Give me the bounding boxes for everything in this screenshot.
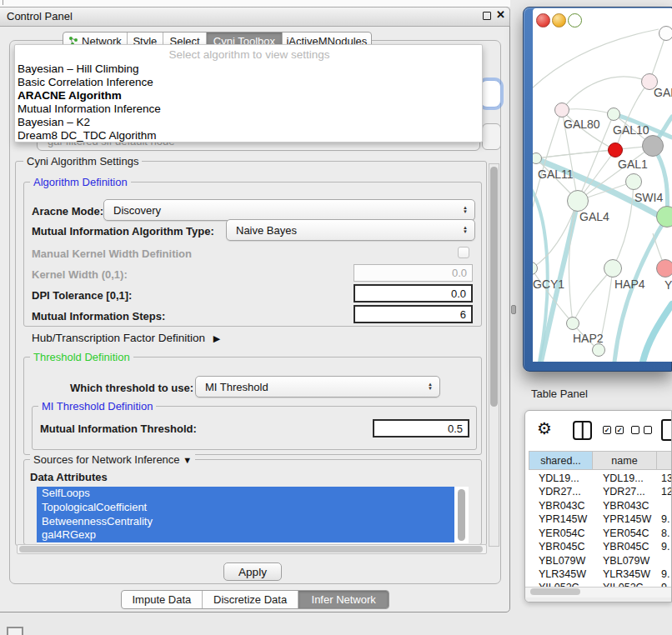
panel-splitter-grip[interactable] xyxy=(511,305,516,314)
which-threshold-label: Which threshold to use: xyxy=(70,382,193,394)
tab-impute-data[interactable]: Impute Data xyxy=(122,591,203,608)
table-cell[interactable]: 9. xyxy=(661,513,669,525)
network-node[interactable] xyxy=(656,259,672,278)
mi-type-value: Naive Bayes xyxy=(236,224,297,237)
mi-threshold-field[interactable]: 0.5 xyxy=(373,419,469,438)
dpi-tolerance-label: DPI Tolerance [0,1]: xyxy=(32,289,132,302)
dropdown-item[interactable]: Bayesian – K2 xyxy=(18,116,476,129)
table-cell[interactable]: 9. xyxy=(661,568,669,580)
dropdown-item[interactable]: Bayesian – Hill Climbing xyxy=(18,62,476,76)
collapse-right-icon: ▶ xyxy=(213,333,220,343)
table-cell[interactable]: 13 xyxy=(661,472,672,484)
mi-steps-field[interactable]: 6 xyxy=(354,305,473,323)
settings-vertical-scrollbar-thumb[interactable] xyxy=(490,167,498,407)
table-cell[interactable]: YDL19... xyxy=(603,472,644,484)
network-node-red[interactable] xyxy=(608,142,623,158)
tab-impute-data-label: Impute Data xyxy=(132,593,191,606)
gear-icon[interactable]: ⚙ xyxy=(537,418,552,438)
checked-checkbox-icon[interactable]: ✓ xyxy=(615,426,624,434)
expand-down-icon[interactable]: ▼ xyxy=(183,455,192,465)
checked-checkbox-icon[interactable]: ✓ xyxy=(603,426,611,434)
mi-threshold-label: Mutual Information Threshold: xyxy=(40,422,197,435)
table-cell[interactable]: YPR145W xyxy=(539,513,587,525)
network-node[interactable] xyxy=(592,343,605,357)
table-cell[interactable]: YLR345W xyxy=(539,568,586,580)
node-label: HAP2 xyxy=(573,332,604,345)
sources-title-text: Sources for Network Inference xyxy=(33,453,180,466)
table-cell[interactable]: YBR045C xyxy=(603,541,649,552)
unchecked-checkbox-icon[interactable] xyxy=(631,426,639,434)
table-cell[interactable]: YDR27... xyxy=(603,486,645,498)
network-node[interactable] xyxy=(604,259,622,278)
list-item[interactable]: TopologicalCoefficient xyxy=(37,501,454,515)
table-cell[interactable]: 9. xyxy=(661,541,669,552)
table-panel-window: ⚙ ✓ ✓ shared... name YDL19... YDL19... 1… xyxy=(524,410,672,602)
table-cell[interactable]: YER054C xyxy=(603,528,649,539)
network-node-gray[interactable] xyxy=(642,135,664,157)
data-attributes-label: Data Attributes xyxy=(30,471,108,483)
network-node[interactable] xyxy=(566,317,579,330)
dropdown-item[interactable]: Dream8 DC_TDC Algorithm xyxy=(18,129,476,142)
aracne-mode-combo[interactable]: Discovery ▲▼ xyxy=(103,199,475,221)
tab-infer-network-label: Infer Network xyxy=(312,593,376,606)
table-cell[interactable]: YBR043C xyxy=(603,500,649,512)
close-icon[interactable]: ✕ xyxy=(496,8,505,21)
network-node[interactable] xyxy=(625,173,642,190)
manual-kernel-checkbox[interactable] xyxy=(458,247,469,258)
float-window-icon[interactable] xyxy=(483,12,491,20)
network-node[interactable] xyxy=(567,190,589,212)
table-horizontal-scrollbar-thumb[interactable] xyxy=(530,588,580,595)
table-cell[interactable]: YDR27... xyxy=(539,486,581,498)
threshold-definition-title: Threshold Definition xyxy=(30,351,133,363)
table-cell[interactable]: 8. xyxy=(661,528,669,539)
apply-button[interactable]: Apply xyxy=(223,562,282,581)
network-node[interactable] xyxy=(656,206,672,228)
table-cell[interactable]: YBL079W xyxy=(539,555,585,567)
table-cell[interactable]: YDL19... xyxy=(539,472,579,484)
list-item[interactable]: BetweennessCentrality xyxy=(37,515,454,529)
table-cell[interactable]: YBL079W xyxy=(603,555,649,567)
document-icon-partial[interactable] xyxy=(661,419,672,441)
node-label: GAL1 xyxy=(618,158,648,171)
dropdown-item[interactable]: Mutual Information Inference xyxy=(18,102,476,116)
node-label: GAL11 xyxy=(538,168,574,181)
tab-infer-network[interactable]: Infer Network xyxy=(298,591,389,608)
combo-arrows-icon: ▲▼ xyxy=(428,382,433,391)
table-cell[interactable]: YLR345W xyxy=(603,568,650,580)
table-window-footer xyxy=(525,598,672,602)
column-header-partial[interactable] xyxy=(657,451,672,470)
mi-threshold-group-title: MI Threshold Definition xyxy=(38,400,156,412)
list-scrollbar-thumb[interactable] xyxy=(458,489,465,541)
mi-type-combo[interactable]: Naive Bayes ▲▼ xyxy=(226,219,475,241)
list-item[interactable]: gal4RGexp xyxy=(37,528,454,542)
dropdown-item-highlighted[interactable]: ARACNE Algorithm xyxy=(18,89,476,102)
network-node[interactable] xyxy=(659,26,672,41)
network-node[interactable] xyxy=(554,102,569,118)
node-label: Y xyxy=(664,278,672,292)
column-header-name[interactable]: name xyxy=(593,451,657,470)
table-cell[interactable]: YBR045C xyxy=(539,541,585,552)
table-cell[interactable]: 12 xyxy=(661,486,672,498)
network-canvas[interactable]: GAL GAL80 GAL10 GAL1 GAL11 SWI4 GAL4 GCY… xyxy=(533,8,672,362)
dpi-tolerance-field[interactable]: 0.0 xyxy=(354,284,473,302)
node-label: GAL10 xyxy=(613,123,649,137)
cyni-algorithm-settings-title: Cyni Algorithm Settings xyxy=(23,155,142,168)
tab-discretize-data[interactable]: Discretize Data xyxy=(203,591,299,608)
column-header-shared-name[interactable]: shared... xyxy=(529,451,593,470)
table-panel-title: Table Panel xyxy=(531,388,588,400)
node-label: GAL80 xyxy=(564,118,600,131)
corner-button-partial[interactable] xyxy=(7,627,23,635)
kernel-width-field[interactable]: 0.0 xyxy=(354,264,473,282)
dropdown-item[interactable]: Basic Correlation Inference xyxy=(18,76,476,89)
table-cell[interactable]: YER054C xyxy=(539,528,585,539)
settings-horizontal-scrollbar-thumb[interactable] xyxy=(19,546,483,552)
network-node[interactable] xyxy=(607,108,620,121)
table-cell[interactable]: YBR043C xyxy=(539,500,585,512)
split-columns-icon[interactable] xyxy=(573,421,592,440)
unchecked-checkbox-icon[interactable] xyxy=(644,426,652,434)
which-threshold-combo[interactable]: MI Threshold ▲▼ xyxy=(195,376,440,398)
mi-type-label: Mutual Information Algorithm Type: xyxy=(32,225,214,238)
hub-section-toggle[interactable]: Hub/Transcription Factor Definition ▶ xyxy=(32,332,220,344)
table-cell[interactable]: YPR145W xyxy=(603,513,651,525)
list-item[interactable]: SelfLoops xyxy=(37,487,454,501)
